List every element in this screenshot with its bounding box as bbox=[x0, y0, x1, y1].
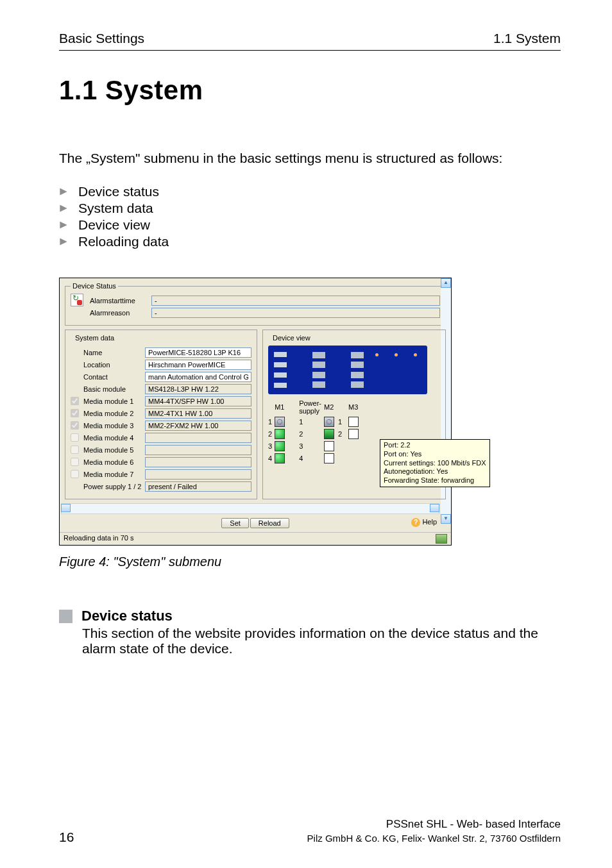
row-index: 2 bbox=[299, 430, 321, 438]
media-module-row: Media module 2 bbox=[71, 408, 251, 419]
media-module-row: Media module 4 bbox=[71, 433, 251, 443]
media-module-label: Media module 4 bbox=[83, 434, 145, 442]
row-index: 2 bbox=[338, 430, 346, 438]
port-m3-1[interactable] bbox=[348, 417, 359, 427]
page-number: 16 bbox=[59, 830, 74, 845]
media-module-field bbox=[145, 421, 251, 431]
figure-screenshot: ▲ ▼ Device Status Alarmstarttime Alarmre… bbox=[59, 278, 452, 546]
tooltip-line: Port on: Yes bbox=[384, 450, 486, 459]
bullet-item: Reloading data bbox=[59, 234, 561, 249]
svg-marker-0 bbox=[60, 188, 67, 195]
horizontal-scrollbar[interactable] bbox=[61, 503, 439, 514]
media-module-checkbox[interactable] bbox=[71, 433, 79, 442]
header-left: Basic Settings bbox=[59, 31, 144, 46]
row-index: 3 bbox=[299, 442, 321, 450]
alarm-reason-label: Alarmreason bbox=[90, 309, 151, 317]
bullet-item: Device view bbox=[59, 217, 561, 233]
media-module-row: Media module 3 bbox=[71, 421, 251, 431]
media-module-checkbox[interactable] bbox=[71, 409, 79, 417]
power-supply-label: Power supply 1 / 2 bbox=[83, 483, 145, 490]
port-m2-4[interactable] bbox=[324, 453, 334, 463]
help-icon: ? bbox=[411, 518, 420, 527]
row-index: 4 bbox=[268, 455, 272, 462]
page-title: 1.1 System bbox=[59, 75, 561, 106]
device-view-group: Device view M1 Power- supply M2 M3 bbox=[262, 330, 446, 499]
contact-label: Contact bbox=[83, 373, 145, 381]
media-module-label: Media module 6 bbox=[83, 458, 145, 466]
media-module-field bbox=[145, 396, 251, 406]
triangle-right-icon bbox=[59, 237, 78, 246]
basic-module-label: Basic module bbox=[83, 385, 145, 393]
header-right: 1.1 System bbox=[493, 31, 561, 46]
header-rule bbox=[59, 50, 561, 51]
tooltip-line: Current settings: 100 Mbit/s FDX bbox=[384, 459, 486, 468]
system-data-group: System data Name Location Contact bbox=[65, 330, 257, 499]
svg-marker-2 bbox=[60, 221, 67, 228]
row-index: 3 bbox=[268, 442, 272, 450]
device-status-group: Device Status Alarmstarttime Alarmreason bbox=[65, 282, 446, 326]
section-body: This section of the website provides inf… bbox=[82, 626, 557, 656]
row-index: 1 bbox=[338, 418, 346, 426]
port-m2-3[interactable] bbox=[324, 441, 334, 451]
set-button[interactable]: Set bbox=[221, 518, 249, 528]
bullet-item: Device status bbox=[59, 184, 561, 199]
media-module-checkbox[interactable] bbox=[71, 397, 79, 405]
intro-text: The „System" submenu in the basic settin… bbox=[59, 151, 561, 166]
reload-button[interactable]: Reload bbox=[250, 518, 289, 528]
port-m2-2[interactable] bbox=[324, 429, 334, 439]
media-module-row: Media module 1 bbox=[71, 396, 251, 406]
triangle-right-icon bbox=[59, 204, 78, 213]
triangle-right-icon bbox=[59, 187, 78, 196]
port-tooltip: Port: 2.2 Port on: Yes Current settings:… bbox=[380, 439, 490, 487]
media-module-checkbox[interactable] bbox=[71, 421, 79, 430]
basic-module-field bbox=[145, 384, 251, 394]
port-m1-3[interactable] bbox=[275, 441, 285, 451]
alarm-starttime-label: Alarmstarttime bbox=[90, 297, 151, 305]
port-m2-1[interactable] bbox=[324, 417, 334, 427]
refresh-alert-icon bbox=[71, 294, 83, 306]
media-module-field bbox=[145, 457, 251, 467]
media-module-field bbox=[145, 469, 251, 480]
media-module-field bbox=[145, 408, 251, 419]
alarm-starttime-field bbox=[151, 296, 440, 306]
port-m1-2[interactable] bbox=[275, 429, 285, 439]
media-module-label: Media module 1 bbox=[83, 397, 145, 405]
name-label: Name bbox=[83, 349, 145, 356]
media-module-checkbox[interactable] bbox=[71, 446, 79, 454]
alarm-reason-field bbox=[151, 308, 440, 318]
tooltip-line: Autonegotiation: Yes bbox=[384, 467, 486, 476]
port-m1-4[interactable] bbox=[275, 453, 285, 463]
contact-field[interactable] bbox=[145, 372, 251, 382]
row-index: 4 bbox=[299, 455, 321, 462]
row-index: 1 bbox=[268, 418, 272, 426]
status-icon bbox=[436, 534, 447, 544]
port-m1-1[interactable] bbox=[275, 417, 285, 427]
svg-marker-3 bbox=[60, 238, 67, 245]
svg-marker-1 bbox=[60, 204, 67, 212]
scroll-up-icon[interactable]: ▲ bbox=[441, 278, 451, 288]
help-link[interactable]: ?Help bbox=[411, 518, 437, 527]
port-m3-2[interactable] bbox=[348, 429, 359, 439]
device-status-legend: Device Status bbox=[71, 282, 118, 290]
location-field[interactable] bbox=[145, 360, 251, 370]
bullet-label: Device view bbox=[78, 217, 150, 233]
bullet-label: Reloading data bbox=[78, 234, 169, 249]
row-index: 2 bbox=[268, 430, 272, 438]
name-field[interactable] bbox=[145, 347, 251, 358]
section-heading: Device status bbox=[81, 608, 173, 624]
bullet-list: Device status System data Device view Re… bbox=[59, 184, 561, 249]
triangle-right-icon bbox=[59, 221, 78, 230]
section-square-icon bbox=[59, 610, 72, 623]
media-module-field bbox=[145, 445, 251, 455]
power-header: Power- supply bbox=[299, 399, 321, 415]
figure-caption: Figure 4: "System" submenu bbox=[59, 555, 561, 569]
row-index: 1 bbox=[299, 418, 321, 426]
media-module-label: Media module 5 bbox=[83, 446, 145, 454]
m2-header: M2 bbox=[324, 403, 336, 411]
media-module-checkbox[interactable] bbox=[71, 458, 79, 466]
device-chassis-graphic bbox=[268, 346, 427, 394]
media-module-row: Media module 5 bbox=[71, 445, 251, 455]
media-module-label: Media module 3 bbox=[83, 422, 145, 430]
media-module-checkbox[interactable] bbox=[71, 470, 79, 478]
system-data-legend: System data bbox=[73, 334, 116, 342]
